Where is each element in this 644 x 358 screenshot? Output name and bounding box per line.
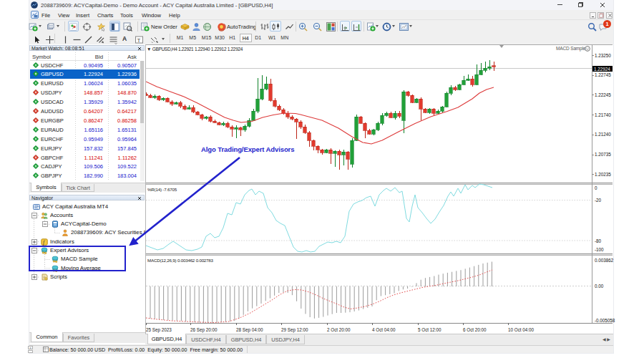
svg-text:T: T	[137, 37, 141, 43]
